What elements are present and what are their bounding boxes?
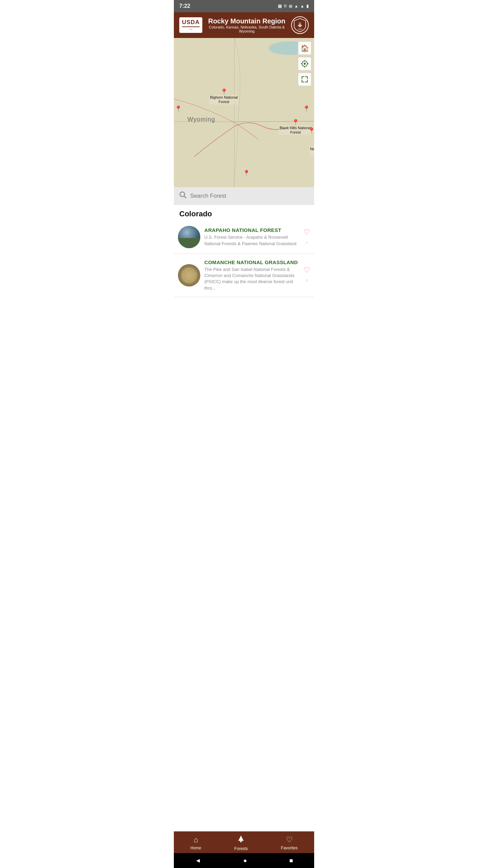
arapaho-info: ARAPAHO NATIONAL FOREST U.S. Forest Serv… bbox=[204, 227, 299, 246]
sim-icon: ▤ bbox=[278, 4, 282, 8]
map-overlay-buttons: 🏠 bbox=[298, 41, 311, 86]
forest-list: ARAPAHO NATIONAL FOREST U.S. Forest Serv… bbox=[174, 220, 314, 297]
forest-item-comanche[interactable]: COMANCHE NATIONAL GRASSLAND The Pike and… bbox=[174, 254, 314, 297]
comanche-description: The Pike and San Isabel National Forests… bbox=[204, 267, 299, 291]
header-subtitle: Colorado, Kansas, Nebraska, South Dakota… bbox=[206, 25, 288, 33]
wyoming-label: Wyoming bbox=[187, 116, 215, 123]
comanche-name: COMANCHE NATIONAL GRASSLAND bbox=[204, 259, 299, 265]
blackhills-label: Black Hills NationalForest bbox=[279, 125, 312, 135]
search-input[interactable] bbox=[190, 193, 309, 199]
section-colorado-header: Colorado bbox=[174, 205, 314, 220]
comanche-thumbnail bbox=[178, 264, 200, 287]
map-pin-bighorn[interactable]: 📍 Bighorn NationalForest bbox=[209, 89, 238, 104]
wifi-icon: ▲ bbox=[294, 4, 298, 8]
app-header: USDA — Rocky Mountain Region Colorado, K… bbox=[174, 12, 314, 38]
comanche-chevron-icon[interactable]: › bbox=[306, 277, 308, 284]
arapaho-name: ARAPAHO NATIONAL FOREST bbox=[204, 227, 299, 233]
map-home-button[interactable]: 🏠 bbox=[298, 41, 311, 55]
bighorn-label: Bighorn NationalForest bbox=[209, 95, 238, 104]
search-icon bbox=[179, 191, 187, 200]
forest-service-badge: U USDA bbox=[291, 16, 309, 34]
map-pin-nebraska-main[interactable]: 📍 Nebraska NationalForest bbox=[309, 146, 314, 156]
status-time: 7:22 bbox=[179, 3, 190, 9]
svg-point-5 bbox=[304, 63, 306, 65]
battery-icon: ▮ bbox=[306, 4, 309, 8]
signal-icon: ▲ bbox=[300, 4, 304, 8]
arapaho-chevron-icon[interactable]: › bbox=[306, 239, 308, 246]
map-pin-nebraska-1: 📍 bbox=[308, 128, 314, 134]
nebraska-label: Nebraska NationalForest bbox=[309, 146, 314, 156]
arapaho-actions: ♡ › bbox=[303, 229, 310, 246]
header-title: Rocky Mountain Region Colorado, Kansas, … bbox=[206, 17, 288, 33]
map-background bbox=[174, 38, 314, 187]
status-bar: 7:22 ▤ © ◎ ▲ ▲ ▮ bbox=[174, 0, 314, 12]
arapaho-favorite-button[interactable]: ♡ bbox=[303, 229, 310, 236]
arapaho-description: U.S. Forest Service - Arapaho & Roosevel… bbox=[204, 234, 299, 246]
svg-text:USDA: USDA bbox=[298, 28, 302, 30]
svg-line-11 bbox=[184, 196, 186, 198]
comanche-favorite-button[interactable]: ♡ bbox=[303, 267, 310, 274]
comanche-actions: ♡ › bbox=[303, 267, 310, 284]
copyright-icon: © bbox=[284, 4, 287, 8]
usda-text: USDA bbox=[182, 19, 200, 26]
comanche-info: COMANCHE NATIONAL GRASSLAND The Pike and… bbox=[204, 259, 299, 291]
badge-svg: U USDA bbox=[292, 18, 308, 32]
map-container[interactable]: Wyoming Nebrask South Dak 📍 📍 Bighorn Na… bbox=[174, 38, 314, 187]
map-collapse-button[interactable] bbox=[298, 73, 311, 86]
map-pin-blackhills[interactable]: 📍 Black Hills NationalForest bbox=[279, 119, 312, 135]
status-icons: ▤ © ◎ ▲ ▲ ▮ bbox=[278, 4, 309, 8]
search-bar[interactable] bbox=[174, 187, 314, 205]
location-icon: ◎ bbox=[289, 4, 292, 8]
arapaho-thumbnail bbox=[178, 226, 200, 248]
map-grid-vertical bbox=[234, 38, 235, 187]
map-pin-left-edge: 📍 bbox=[175, 106, 182, 112]
header-main-title: Rocky Mountain Region bbox=[206, 17, 288, 25]
usda-logo: USDA — bbox=[179, 17, 202, 33]
forest-item-arapaho[interactable]: ARAPAHO NATIONAL FOREST U.S. Forest Serv… bbox=[174, 220, 314, 254]
map-pin-fort-pierre-anchor: 📍 bbox=[303, 106, 310, 112]
map-locate-button[interactable] bbox=[298, 57, 311, 71]
map-pin-bottom: 📍 bbox=[243, 170, 250, 176]
